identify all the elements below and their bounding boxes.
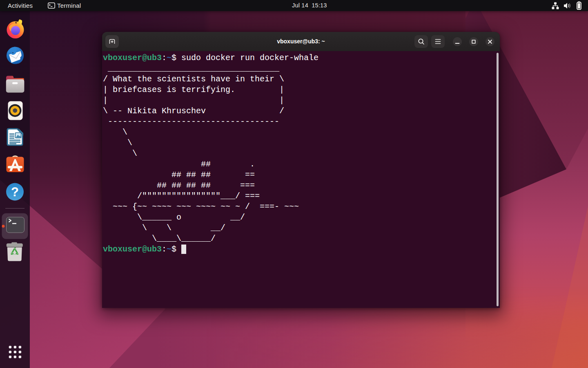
svg-text:?: ? bbox=[11, 185, 19, 199]
